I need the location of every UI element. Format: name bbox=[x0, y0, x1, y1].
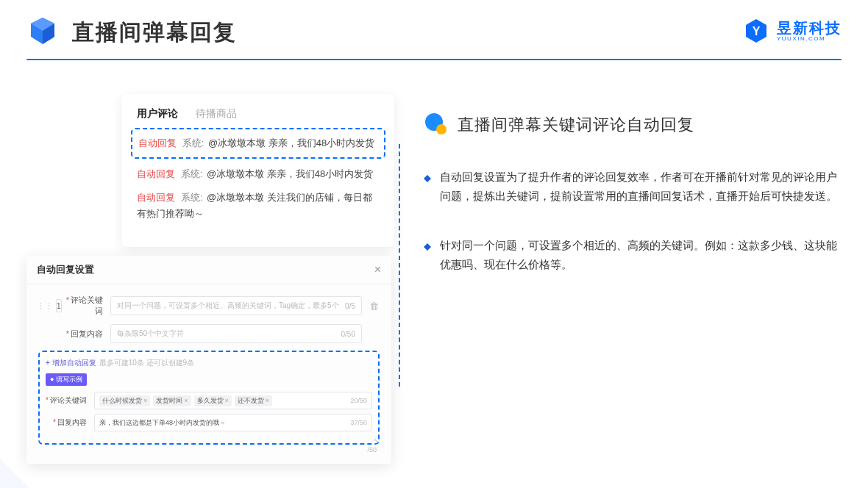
content-label: *回复内容 bbox=[59, 329, 103, 340]
system-label: 系统: bbox=[182, 137, 204, 148]
tag-item[interactable]: 还不发货× bbox=[235, 395, 272, 406]
placeholder-text: 每条限50个中文字符 bbox=[117, 329, 184, 339]
diamond-bullet-icon bbox=[424, 240, 431, 275]
close-icon[interactable]: × bbox=[374, 263, 381, 276]
ex-content-value: 亲，我们这边都是下单48小时内发货的哦～ bbox=[99, 418, 226, 428]
section-heading: 直播间弹幕关键词评论自动回复 bbox=[458, 114, 694, 136]
system-label: 系统: bbox=[181, 168, 203, 179]
tag-item[interactable]: 什么时候发货× bbox=[99, 395, 150, 406]
ex-keyword-tags[interactable]: 什么时候发货× 发货时间× 多久发货× 还不发货× 20/50 bbox=[94, 392, 372, 409]
tab-pending-products[interactable]: 待播商品 bbox=[196, 107, 237, 121]
bubble-icon bbox=[424, 112, 447, 138]
placeholder-text: 对同一个问题，可设置多个相近、高频的关键词，Tag确定，最多5个 bbox=[117, 301, 339, 311]
comment-row: 自动回复 系统: @冰墩墩本墩 关注我们的店铺，每日都有热门推荐呦～ bbox=[137, 190, 380, 222]
ex-keyword-label: *评论关键词 bbox=[46, 395, 87, 406]
comment-text: @冰墩墩本墩 亲亲，我们48小时内发货 bbox=[208, 137, 374, 148]
system-label: 系统: bbox=[181, 192, 203, 203]
auto-reply-tag: 自动回复 bbox=[138, 137, 177, 148]
tag-item[interactable]: 多久发货× bbox=[194, 395, 232, 406]
cube-icon bbox=[26, 15, 59, 50]
char-count: 37/50 bbox=[350, 419, 367, 426]
bullet-text: 针对同一个问题，可设置多个相近的、高频的关键词。例如：这款多少钱、这块能优惠吗、… bbox=[440, 236, 842, 275]
example-badge: ● 填写示例 bbox=[46, 373, 87, 386]
delete-icon[interactable]: 🗑 bbox=[369, 301, 381, 312]
dialog-title: 自动回复设置 bbox=[37, 263, 94, 276]
brand-logo: Y 昱新科技 YUUXIN.COM bbox=[743, 18, 842, 44]
auto-reply-tag: 自动回复 bbox=[137, 192, 175, 203]
keyword-label: *评论关键词 bbox=[59, 295, 103, 317]
bullet-text: 自动回复设置为了提升作者的评论回复效率，作者可在开播前针对常见的评论用户问题，提… bbox=[440, 168, 842, 207]
ex-content-label: *回复内容 bbox=[46, 417, 87, 428]
drag-handle[interactable]: ⋮⋮1 bbox=[37, 299, 51, 312]
resize-icon[interactable]: ⤡ bbox=[374, 437, 380, 445]
svg-marker-6 bbox=[424, 175, 431, 182]
content-input[interactable]: 每条限50个中文字符 0/50 bbox=[110, 324, 362, 343]
svg-marker-7 bbox=[424, 243, 431, 251]
auto-reply-tag: 自动回复 bbox=[137, 168, 175, 179]
char-count: 0/50 bbox=[341, 330, 355, 338]
comment-row: 自动回复 系统: @冰墩墩本墩 亲亲，我们48小时内发货 bbox=[137, 166, 380, 182]
comments-panel: 用户评论 待播商品 自动回复 系统: @冰墩墩本墩 亲亲，我们48小时内发货 自… bbox=[122, 94, 394, 247]
keyword-input[interactable]: 对同一个问题，可设置多个相近、高频的关键词，Tag确定，最多5个 0/5 bbox=[110, 296, 362, 315]
auto-reply-settings-dialog: 自动回复设置 × ⋮⋮1 *评论关键词 对同一个问题，可设置多个相近、高频的关键… bbox=[26, 256, 391, 464]
char-count: 0/5 bbox=[345, 302, 355, 310]
connector-line bbox=[399, 144, 400, 387]
char-count: 20/50 bbox=[350, 397, 367, 404]
comment-text: @冰墩墩本墩 亲亲，我们48小时内发货 bbox=[207, 168, 373, 179]
brand-icon: Y bbox=[743, 18, 769, 44]
svg-point-5 bbox=[436, 124, 447, 134]
example-section: + 增加自动回复 最多可建10条 还可以创建9条 ● 填写示例 *评论关键词 什… bbox=[38, 351, 380, 445]
add-hint: 最多可建10条 还可以创建9条 bbox=[99, 358, 194, 368]
comment-row-highlighted: 自动回复 系统: @冰墩墩本墩 亲亲，我们48小时内发货 bbox=[131, 128, 385, 159]
ex-content-input[interactable]: 亲，我们这边都是下单48小时内发货的哦～ 37/50 bbox=[94, 414, 372, 431]
tag-item[interactable]: 发货时间× bbox=[153, 395, 191, 406]
svg-text:Y: Y bbox=[753, 25, 761, 37]
tab-user-comments[interactable]: 用户评论 bbox=[137, 107, 178, 121]
brand-name: 昱新科技 bbox=[777, 21, 842, 35]
add-auto-reply-link[interactable]: + 增加自动回复 bbox=[46, 358, 96, 368]
decoration-corner bbox=[0, 459, 29, 488]
outside-count: /50 bbox=[37, 445, 381, 453]
page-title: 直播间弹幕回复 bbox=[72, 18, 237, 48]
brand-domain: YUUXIN.COM bbox=[777, 35, 842, 42]
diamond-bullet-icon bbox=[424, 172, 431, 207]
